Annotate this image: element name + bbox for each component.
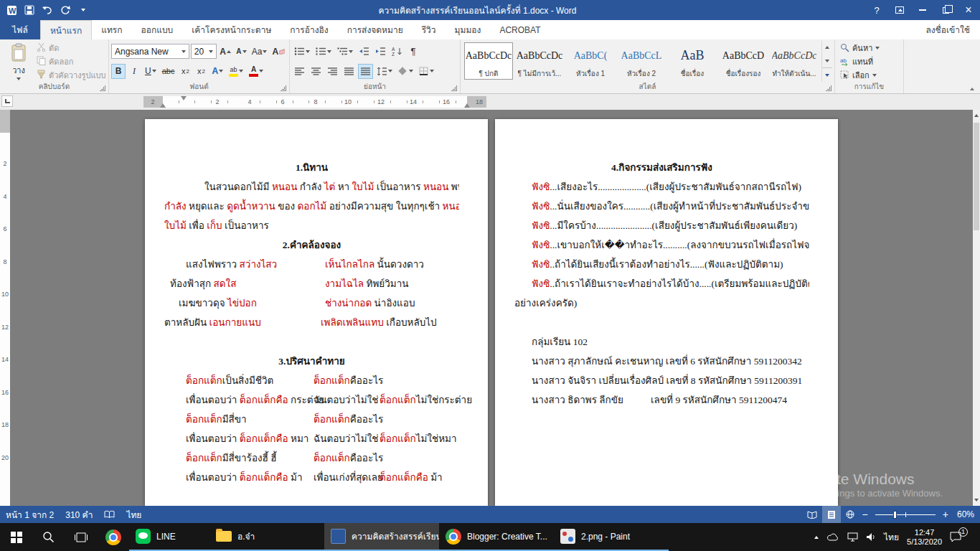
page-indicator[interactable]: หน้า 1 จาก 2: [0, 506, 60, 523]
styles-more-icon[interactable]: [822, 67, 832, 82]
web-layout-button[interactable]: [841, 506, 859, 523]
sort-button[interactable]: AZ: [390, 44, 405, 59]
customize-quick-access-icon[interactable]: [77, 4, 90, 17]
highlight-button[interactable]: ab: [227, 64, 245, 79]
superscript-button[interactable]: x2: [194, 64, 208, 79]
paragraph-dialog-launcher-icon[interactable]: [451, 85, 457, 91]
font-color-button[interactable]: A: [247, 64, 265, 79]
tray-language[interactable]: ไทย: [884, 530, 899, 544]
align-center-button[interactable]: [308, 64, 324, 79]
tab-mailings[interactable]: การส่งจดหมาย: [338, 20, 413, 39]
clear-formatting-button[interactable]: A: [270, 44, 287, 59]
taskbar-search-button[interactable]: [32, 523, 65, 551]
horizontal-ruler[interactable]: 224681012141618: [143, 96, 486, 108]
decrease-indent-button[interactable]: [357, 44, 372, 59]
tab-acrobat[interactable]: ACROBAT: [490, 20, 550, 39]
scrollbar-thumb[interactable]: [974, 123, 979, 230]
style-subtitle[interactable]: AaBbCcDชื่อเรื่องรอง: [719, 42, 768, 80]
help-icon[interactable]: ?: [865, 0, 888, 20]
undo-icon[interactable]: [41, 4, 54, 17]
tab-view[interactable]: มุมมอง: [446, 20, 491, 39]
zoom-out-button[interactable]: −: [859, 509, 871, 520]
taskbar-app-blogger[interactable]: Blogger: Creative T...: [439, 523, 554, 551]
grow-font-button[interactable]: A: [218, 44, 233, 59]
line-spacing-button[interactable]: [374, 64, 395, 79]
align-left-button[interactable]: [292, 64, 307, 79]
justify-button[interactable]: [341, 64, 357, 79]
numbering-button[interactable]: [314, 44, 334, 59]
taskbar-app-line[interactable]: LINE: [129, 523, 209, 551]
styles-scroll-up-icon[interactable]: [822, 41, 832, 55]
tab-file[interactable]: ไฟล์: [0, 20, 40, 39]
font-dialog-launcher-icon[interactable]: [281, 85, 286, 91]
select-button[interactable]: เลือก: [840, 69, 901, 81]
style-normal[interactable]: AaBbCcDc¶ ปกติ: [464, 42, 513, 80]
scroll-up-icon[interactable]: [973, 110, 980, 121]
read-mode-button[interactable]: [804, 506, 822, 523]
start-button[interactable]: [0, 523, 32, 551]
find-button[interactable]: ค้นหา: [840, 42, 901, 54]
taskbar-clock[interactable]: 12:47 5/13/2020: [907, 528, 942, 547]
style-heading1[interactable]: AaBbC(หัวเรื่อง 1: [566, 42, 615, 80]
replace-button[interactable]: ab แทนที่: [840, 55, 901, 67]
first-line-indent-marker[interactable]: [181, 96, 187, 100]
page-1[interactable]: 1.นิทานในสวนดอกไม้มี หนอน กำลัง ไต่ หา ใ…: [145, 119, 488, 506]
bold-button[interactable]: B: [111, 64, 126, 79]
increase-indent-button[interactable]: [373, 44, 388, 59]
styles-scroll-down-icon[interactable]: [822, 55, 832, 68]
tab-review[interactable]: รีวิว: [413, 20, 446, 39]
copy-button[interactable]: คัดลอก: [37, 55, 106, 68]
shrink-font-button[interactable]: A: [234, 44, 248, 59]
zoom-slider[interactable]: [875, 514, 936, 515]
style-heading2[interactable]: AaBbCcLหัวเรื่อง 2: [617, 42, 666, 80]
format-painter-button[interactable]: ตัวคัดวางรูปแบบ: [37, 69, 106, 82]
styles-dialog-launcher-icon[interactable]: [826, 85, 831, 91]
print-layout-button[interactable]: [822, 506, 841, 523]
change-case-button[interactable]: Aa: [250, 44, 268, 59]
zoom-level[interactable]: 60%: [951, 506, 980, 523]
action-center-button[interactable]: 1: [950, 530, 966, 545]
minimize-icon[interactable]: [911, 0, 934, 20]
task-view-button[interactable]: [65, 523, 97, 551]
show-formatting-marks-button[interactable]: ¶: [406, 44, 420, 59]
onedrive-cloud-icon[interactable]: [826, 533, 839, 542]
clipboard-dialog-launcher-icon[interactable]: [100, 85, 105, 91]
strikethrough-button[interactable]: abc: [160, 64, 177, 79]
shading-button[interactable]: [396, 64, 415, 79]
language-indicator[interactable]: ไทย: [121, 506, 147, 523]
tab-home[interactable]: หน้าแรก: [40, 20, 92, 39]
cut-button[interactable]: ตัด: [37, 42, 106, 55]
style-title[interactable]: AaBชื่อเรื่อง: [668, 42, 717, 80]
save-icon[interactable]: [23, 4, 36, 17]
word-count[interactable]: 310 คำ: [60, 506, 98, 523]
italic-button[interactable]: I: [127, 64, 141, 79]
tab-selector[interactable]: [1, 95, 13, 107]
network-icon[interactable]: [847, 532, 858, 542]
taskbar-app-folder[interactable]: อ.จ๋า: [209, 523, 324, 551]
taskbar-app-word[interactable]: ความคิดสร้างสรรค์เรียน...: [324, 523, 439, 551]
tray-expand-icon[interactable]: [814, 536, 819, 539]
subscript-button[interactable]: x2: [178, 64, 192, 79]
font-size-combobox[interactable]: 20: [191, 44, 217, 59]
taskbar-app-paint[interactable]: 2.png - Paint: [554, 523, 669, 551]
ribbon-display-options-icon[interactable]: [888, 0, 911, 20]
font-family-combobox[interactable]: Angsana New: [111, 44, 189, 59]
tab-insert[interactable]: แทรก: [92, 20, 131, 39]
text-effects-button[interactable]: A: [209, 64, 225, 79]
proofing-status[interactable]: [98, 506, 121, 523]
zoom-slider-thumb[interactable]: [893, 511, 897, 519]
zoom-in-button[interactable]: +: [940, 509, 951, 520]
vertical-ruler[interactable]: 2468101214161820: [0, 110, 10, 506]
sign-in-link[interactable]: ลงชื่อเข้าใช้: [925, 20, 980, 39]
collapse-ribbon-icon[interactable]: [970, 88, 974, 90]
scroll-down-icon[interactable]: [973, 494, 980, 506]
volume-icon[interactable]: [866, 532, 876, 542]
distribute-button[interactable]: [358, 64, 373, 79]
restore-icon[interactable]: [934, 0, 957, 20]
right-indent-marker[interactable]: [464, 103, 470, 108]
tab-layout[interactable]: เค้าโครงหน้ากระดาษ: [182, 20, 281, 39]
underline-button[interactable]: U: [143, 64, 159, 79]
paste-button[interactable]: วาง: [2, 41, 35, 82]
multilevel-list-button[interactable]: [335, 44, 355, 59]
style-no-spacing[interactable]: AaBbCcDc¶ ไม่มีการเว้...: [515, 42, 564, 80]
